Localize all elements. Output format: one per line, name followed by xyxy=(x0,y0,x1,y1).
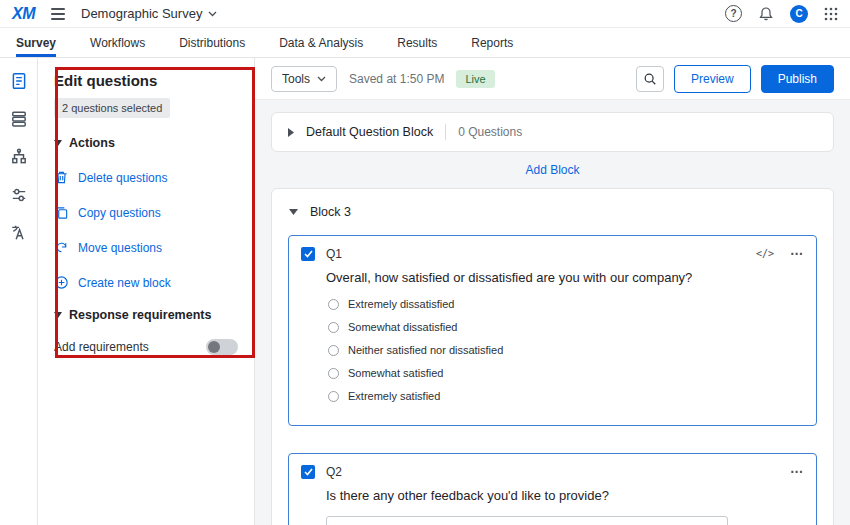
check-icon xyxy=(304,468,313,476)
move-icon xyxy=(54,240,69,255)
tab-data-analysis[interactable]: Data & Analysis xyxy=(279,28,363,57)
question-text[interactable]: Is there any other feedback you'd like t… xyxy=(326,488,804,503)
question-card-q2[interactable]: Q2 ⋯ Is there any other feedback you'd l… xyxy=(288,453,817,525)
survey-builder-icon[interactable] xyxy=(10,72,28,90)
radio-button[interactable] xyxy=(328,368,339,379)
answer-option: Somewhat dissatisfied xyxy=(328,321,804,333)
survey-title: Demographic Survey xyxy=(81,6,202,21)
chevron-down-icon[interactable] xyxy=(289,209,298,215)
hamburger-menu-icon[interactable] xyxy=(49,6,67,22)
question-checkbox[interactable] xyxy=(301,465,315,479)
survey-options-icon[interactable] xyxy=(10,186,28,204)
main-nav-tabs: Survey Workflows Distributions Data & An… xyxy=(0,28,850,58)
search-button[interactable] xyxy=(636,66,664,92)
block-3: Block 3 Q1 </> ⋯ Overall, how sat xyxy=(271,188,834,525)
chevron-down-icon xyxy=(317,76,326,82)
top-bar: XM Demographic Survey ? C xyxy=(0,0,850,28)
question-card-q1[interactable]: Q1 </> ⋯ Overall, how satisfied or dissa… xyxy=(288,235,817,426)
add-block-link[interactable]: Add Block xyxy=(525,163,579,177)
copy-questions-button[interactable]: Copy questions xyxy=(54,205,238,220)
user-avatar[interactable]: C xyxy=(790,5,808,23)
tab-workflows[interactable]: Workflows xyxy=(90,28,145,57)
translations-icon[interactable] xyxy=(10,224,28,242)
code-view-icon[interactable]: </> xyxy=(756,248,774,259)
notifications-bell-icon[interactable] xyxy=(758,6,774,22)
question-id: Q1 xyxy=(326,247,342,261)
text-entry-box[interactable] xyxy=(326,516,728,525)
preview-button[interactable]: Preview xyxy=(674,65,751,93)
block-title: Default Question Block xyxy=(306,125,433,139)
radio-button[interactable] xyxy=(328,322,339,333)
panel-title: Edit questions xyxy=(54,72,238,89)
live-status-badge: Live xyxy=(456,70,494,88)
response-requirements-section-header[interactable]: Response requirements xyxy=(54,308,238,322)
add-requirements-toggle[interactable] xyxy=(206,339,238,355)
plus-circle-icon xyxy=(54,275,69,290)
tools-button[interactable]: Tools xyxy=(271,66,337,92)
divider xyxy=(445,124,446,140)
edit-questions-panel: Edit questions 2 questions selected Acti… xyxy=(38,58,255,525)
answer-option: Neither satisfied nor dissatisfied xyxy=(328,344,804,356)
add-requirements-label: Add requirements xyxy=(54,340,149,354)
answer-option: Extremely satisfied xyxy=(328,390,804,402)
save-status-text: Saved at 1:50 PM xyxy=(349,72,444,86)
tab-reports[interactable]: Reports xyxy=(471,28,513,57)
help-icon[interactable]: ? xyxy=(725,5,742,22)
blocks-icon[interactable] xyxy=(10,110,28,128)
question-text[interactable]: Overall, how satisfied or dissatisfied a… xyxy=(326,270,804,285)
copy-icon xyxy=(54,205,69,220)
survey-flow-icon[interactable] xyxy=(10,148,28,166)
left-icon-rail xyxy=(0,58,38,525)
apps-grid-icon[interactable] xyxy=(824,7,838,21)
survey-canvas: Default Question Block 0 Questions Add B… xyxy=(255,100,850,525)
question-menu-icon[interactable]: ⋯ xyxy=(790,464,804,479)
tab-results[interactable]: Results xyxy=(397,28,437,57)
tab-distributions[interactable]: Distributions xyxy=(179,28,245,57)
publish-button[interactable]: Publish xyxy=(761,65,834,93)
delete-questions-button[interactable]: Delete questions xyxy=(54,170,238,185)
trash-icon xyxy=(54,170,69,185)
search-icon xyxy=(643,72,657,86)
actions-section-header[interactable]: Actions xyxy=(54,136,238,150)
editor-toolbar: Tools Saved at 1:50 PM Live Preview Publ… xyxy=(255,58,850,100)
caret-down-icon xyxy=(54,312,62,318)
answer-option: Somewhat satisfied xyxy=(328,367,804,379)
radio-button[interactable] xyxy=(328,391,339,402)
radio-button[interactable] xyxy=(328,299,339,310)
move-questions-button[interactable]: Move questions xyxy=(54,240,238,255)
xm-logo: XM xyxy=(12,5,35,23)
question-menu-icon[interactable]: ⋯ xyxy=(790,246,804,261)
create-new-block-button[interactable]: Create new block xyxy=(54,275,238,290)
answer-option: Extremely dissatisfied xyxy=(328,298,804,310)
tab-survey[interactable]: Survey xyxy=(16,28,56,57)
check-icon xyxy=(304,250,313,258)
block-question-count: 0 Questions xyxy=(458,125,522,139)
chevron-down-icon xyxy=(208,11,217,17)
caret-down-icon xyxy=(54,140,62,146)
chevron-right-icon[interactable] xyxy=(288,128,294,137)
survey-title-menu[interactable]: Demographic Survey xyxy=(81,6,217,21)
question-checkbox[interactable] xyxy=(301,247,315,261)
block-title: Block 3 xyxy=(310,205,351,219)
default-question-block[interactable]: Default Question Block 0 Questions xyxy=(271,112,834,152)
selected-count-badge: 2 questions selected xyxy=(54,98,170,118)
radio-button[interactable] xyxy=(328,345,339,356)
question-id: Q2 xyxy=(326,465,342,479)
